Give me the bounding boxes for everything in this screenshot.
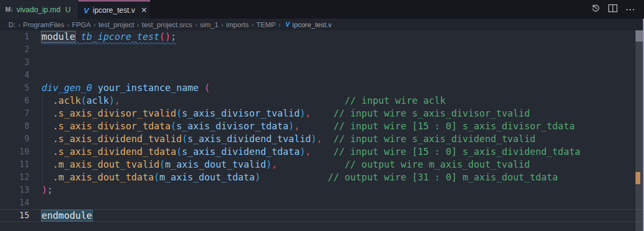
chevron-right-icon: › [278,21,280,29]
line-number: 8 [0,120,29,133]
breadcrumb-item[interactable]: test_project [99,21,134,29]
tabbar-spacer [150,0,591,19]
verilog-icon: V [286,21,290,28]
chevron-right-icon: › [67,21,69,29]
chevron-right-icon: › [221,21,223,29]
code-text: div_gen_0 your_instance_name ( [29,81,210,94]
line-number: 7 [0,107,29,120]
line-number: 15 [0,209,29,222]
code-lines: 1module tb_ipcore_test();2345div_gen_0 y… [0,30,644,222]
code-line[interactable]: 14 [0,196,644,209]
code-text: module tb_ipcore_test(); [29,30,176,43]
code-text [29,196,42,209]
more-actions-icon[interactable]: ⋯ [625,7,635,12]
code-line[interactable]: 7 .s_axis_divisor_tvalid(s_axis_divisor_… [0,107,644,120]
breadcrumb-item[interactable]: test_project.srcs [142,21,192,29]
code-line[interactable]: 9 .s_axis_dividend_tvalid(s_axis_dividen… [0,133,644,145]
tab-bar: M↓ vivado_ip.md U V ipcore_test.v ✕ [0,0,644,19]
line-number: 13 [0,184,29,196]
code-text [29,56,42,69]
line-number: 2 [0,43,29,56]
breadcrumb-item[interactable]: ProgramFiles [23,21,64,29]
code-text: endmodule [29,209,92,222]
breadcrumb: D:›ProgramFiles›FPGA›test_project›test_p… [0,19,644,30]
code-editor[interactable]: 1module tb_ipcore_test();2345div_gen_0 y… [0,30,644,231]
line-number: 6 [0,94,29,107]
line-number: 9 [0,133,29,145]
code-line[interactable]: 10 .s_axis_dividend_tdata(s_axis_dividen… [0,145,644,158]
scrollbar-thumb[interactable] [635,30,643,42]
code-line[interactable]: 13); [0,184,644,196]
breadcrumb-item[interactable]: TEMP [256,21,275,29]
line-number: 5 [0,81,29,94]
code-text [29,43,42,56]
editor-window: M↓ vivado_ip.md U V ipcore_test.v ✕ [0,0,644,231]
code-line[interactable]: 15endmodule [0,209,644,222]
breadcrumb-item[interactable]: FPGA [72,21,91,29]
markdown-icon: M↓ [5,6,13,13]
chevron-right-icon: › [18,21,20,29]
tab-label: ipcore_test.v [93,6,135,14]
timeline-history-icon[interactable] [591,4,600,15]
line-number: 12 [0,171,29,184]
code-text: .m_axis_dout_tdata(m_axis_dout_tdata) //… [29,171,558,184]
code-text: .s_axis_dividend_tvalid(s_axis_dividend_… [29,133,535,145]
chevron-right-icon: › [93,21,95,29]
code-line[interactable]: 3 [0,56,644,69]
line-number: 11 [0,158,29,171]
scrollbar-track[interactable] [635,30,643,231]
code-text: .m_axis_dout_tvalid(m_axis_dout_tvalid),… [29,158,530,171]
close-icon[interactable]: ✕ [141,6,147,14]
git-untracked-badge: U [66,5,71,14]
chevron-right-icon: › [251,21,254,29]
code-line[interactable]: 11 .m_axis_dout_tvalid(m_axis_dout_tvali… [0,158,644,171]
code-line[interactable]: 1module tb_ipcore_test(); [0,30,644,43]
line-number: 4 [0,69,29,81]
code-line[interactable]: 2 [0,43,644,56]
line-number: 10 [0,145,29,158]
breadcrumb-item[interactable]: sim_1 [200,21,218,29]
breadcrumb-item[interactable]: imports [226,21,249,29]
code-line[interactable]: 12 .m_axis_dout_tdata(m_axis_dout_tdata)… [0,171,644,184]
code-line[interactable]: 6 .aclk(aclk), // input wire aclk [0,94,644,107]
breadcrumb-file[interactable]: ipcore_test.v [292,21,332,29]
code-text: .s_axis_divisor_tdata(s_axis_divisor_tda… [29,120,575,133]
overview-ruler-marker [635,172,640,184]
chevron-right-icon: › [137,21,139,29]
code-text: .s_axis_divisor_tvalid(s_axis_divisor_tv… [29,107,530,120]
code-text [29,69,42,81]
split-editor-icon[interactable] [608,4,617,14]
breadcrumb-items: D:›ProgramFiles›FPGA›test_project›test_p… [7,21,282,29]
breadcrumb-item[interactable]: D: [9,21,15,29]
code-text: .s_axis_dividend_tdata(s_axis_dividend_t… [29,145,581,158]
tab-label: vivado_ip.md [17,5,61,14]
tab-ipcore-test-v[interactable]: V ipcore_test.v ✕ [78,0,150,19]
line-number: 3 [0,56,29,69]
code-text: ); [29,184,53,196]
code-line[interactable]: 4 [0,69,644,81]
tab-vivado-ip-md[interactable]: M↓ vivado_ip.md U [0,0,78,19]
line-number: 1 [0,30,29,43]
indent-guide [42,94,43,184]
chevron-right-icon: › [195,21,197,29]
code-line[interactable]: 8 .s_axis_divisor_tdata(s_axis_divisor_t… [0,120,644,133]
editor-actions: ⋯ [591,0,644,19]
code-line[interactable]: 5div_gen_0 your_instance_name ( [0,81,644,94]
line-number: 14 [0,196,29,209]
code-text: .aclk(aclk), // input wire aclk [29,94,446,107]
verilog-icon: V [84,6,89,15]
